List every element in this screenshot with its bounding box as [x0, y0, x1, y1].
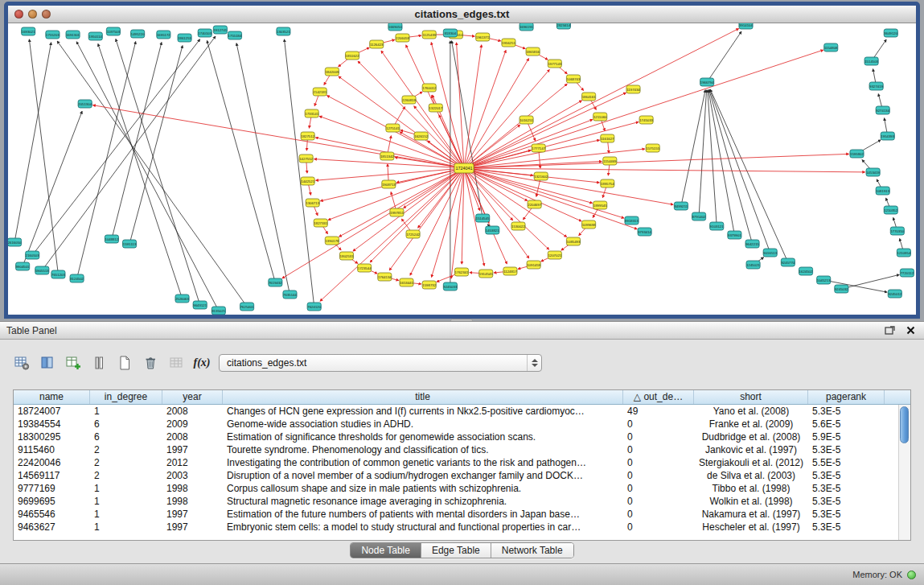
graph-node[interactable]: 8124502 — [70, 274, 84, 282]
graph-node[interactable]: 2616050 — [8, 238, 22, 246]
graph-node[interactable]: 1530022 — [511, 222, 526, 230]
row-height-icon[interactable] — [88, 352, 109, 373]
network-graph[interactable]: 1851622112642322060581125439165801019613… — [8, 23, 916, 315]
close-panel-icon[interactable] — [903, 324, 918, 337]
graph-node[interactable]: 1514503 — [864, 57, 879, 65]
graph-node[interactable]: 1575155 — [646, 144, 660, 152]
cell[interactable]: 5.3E-5 — [808, 443, 885, 456]
cell[interactable]: 2 — [90, 456, 162, 469]
table-row[interactable]: 969969511998Structural magnetic resonanc… — [14, 495, 898, 508]
cell[interactable]: 2 — [90, 443, 162, 456]
graph-node[interactable]: 1427552 — [299, 154, 314, 163]
graph-node[interactable]: 9643121 — [193, 301, 207, 309]
graph-node[interactable]: 1961372 — [476, 33, 491, 41]
graph-node[interactable]: 2051304 — [78, 100, 92, 108]
cell[interactable]: 5.5E-5 — [808, 456, 885, 469]
cell[interactable]: 0 — [623, 418, 694, 431]
graph-node[interactable]: 1966794 — [700, 78, 715, 86]
graph-node[interactable]: 7720112 — [900, 269, 914, 277]
graph-node[interactable]: 1851342 — [380, 152, 395, 160]
tab-edge-table[interactable]: Edge Table — [421, 543, 491, 558]
graph-node[interactable]: 1306713 — [306, 199, 320, 207]
graph-node[interactable]: 1321602 — [534, 172, 548, 180]
cell[interactable]: 14569117 — [14, 469, 90, 482]
cell[interactable]: 0 — [623, 521, 694, 534]
cell[interactable]: 2008 — [162, 431, 223, 443]
graph-node[interactable]: 1693021 — [22, 27, 36, 35]
cell[interactable]: 5.3E-5 — [808, 495, 885, 508]
cell[interactable]: 19384554 — [14, 418, 90, 431]
table-row[interactable]: 2242004622012Investigating the contribut… — [14, 456, 898, 469]
tab-network-table[interactable]: Network Table — [491, 543, 573, 558]
cell[interactable]: 1997 — [162, 521, 223, 534]
vertical-scrollbar[interactable] — [898, 405, 910, 540]
function-builder-icon[interactable]: f(x) — [191, 352, 212, 373]
cell[interactable]: 49 — [623, 405, 694, 418]
cell[interactable]: Stergiakouli et al. (2012) — [694, 456, 808, 469]
cell[interactable]: 5.9E-5 — [808, 431, 885, 443]
graph-node[interactable]: 1390178 — [325, 237, 339, 245]
cell[interactable]: 6 — [90, 431, 162, 443]
table-row[interactable]: 1830029562008Estimation of significance … — [14, 431, 898, 443]
cell[interactable]: 0 — [623, 443, 694, 456]
column-header-title[interactable]: title — [223, 390, 623, 404]
cell[interactable]: 9115460 — [14, 443, 90, 456]
cell[interactable]: Yano et al. (2008) — [694, 405, 808, 418]
graph-node[interactable]: 1245021 — [746, 261, 761, 269]
graph-node[interactable]: 1124817 — [503, 267, 517, 275]
graph-node[interactable]: 1453821 — [486, 226, 500, 234]
graph-node[interactable]: 1453419 — [866, 168, 881, 176]
column-header-short[interactable]: short — [694, 390, 808, 404]
graph-node[interactable]: 9274134 — [876, 106, 890, 114]
show-columns-icon[interactable] — [37, 352, 58, 373]
graph-node[interactable]: 1275141 — [386, 124, 400, 132]
graph-node[interactable]: 1154808 — [824, 43, 838, 51]
cell[interactable]: 0 — [623, 508, 694, 521]
cell[interactable]: 5.6E-5 — [808, 418, 885, 431]
cell[interactable]: 9777169 — [14, 482, 90, 495]
graph-node[interactable]: 1864161 — [582, 93, 597, 101]
cell[interactable]: 1 — [90, 482, 162, 495]
graph-node[interactable]: 1197434 — [626, 85, 640, 93]
graph-node[interactable]: 1861253 — [178, 34, 192, 42]
graph-node[interactable]: 2823414 — [556, 23, 571, 29]
cell[interactable]: 1997 — [162, 443, 223, 456]
graph-node[interactable]: 1442521 — [301, 177, 315, 185]
graph-node[interactable]: 1760012 — [422, 84, 437, 92]
graph-node[interactable]: 1624502 — [799, 267, 813, 275]
cell[interactable]: 18300295 — [14, 431, 90, 443]
graph-node[interactable]: 1322017 — [429, 104, 443, 112]
graph-node[interactable]: 3649120 — [884, 29, 898, 37]
cell[interactable]: 0 — [623, 431, 694, 443]
cell[interactable]: 5.3E-5 — [808, 482, 885, 495]
graph-node[interactable]: 1777147 — [532, 144, 546, 152]
graph-node[interactable]: 1755184 — [228, 31, 242, 39]
graph-node[interactable]: 1696191 — [519, 23, 534, 31]
graph-node[interactable]: 1081913 — [876, 187, 890, 195]
graph-node[interactable]: 2204697 — [528, 200, 542, 208]
cell[interactable]: Tourette syndrome. Phenomenology and cla… — [223, 443, 623, 456]
cell[interactable]: Hescheler et al. (1997) — [694, 521, 808, 534]
graph-node[interactable]: 9379901 — [728, 231, 742, 239]
new-table-icon[interactable] — [114, 352, 135, 373]
graph-node[interactable]: 1908713 — [382, 180, 396, 188]
graph-node[interactable]: 9642215 — [745, 240, 760, 248]
table-row[interactable]: 946554611997Estimation of the future num… — [14, 508, 898, 521]
cell[interactable]: 5.3E-5 — [808, 508, 885, 521]
graph-node[interactable]: 1912741 — [213, 26, 228, 34]
graph-node[interactable]: 1745033 — [639, 116, 654, 124]
cell[interactable]: Jankovic et al. (1997) — [694, 443, 808, 456]
table-row[interactable]: 1872400712008Changes of HCN gene express… — [14, 405, 898, 418]
cell[interactable]: 5.3E-5 — [808, 521, 885, 534]
table-mode-icon[interactable] — [11, 352, 32, 373]
graph-node[interactable]: 1740103 — [198, 29, 212, 37]
close-window-icon[interactable] — [14, 10, 23, 19]
cell[interactable]: 2008 — [162, 405, 223, 418]
window-titlebar[interactable]: citations_edges.txt — [8, 6, 916, 23]
graph-node[interactable]: 1495220 — [131, 30, 146, 38]
graph-node[interactable]: 7635144 — [283, 290, 298, 299]
graph-node[interactable]: 1950114 — [88, 32, 102, 40]
graph-node[interactable]: 9245012 — [888, 290, 902, 298]
graph-node[interactable]: 1595113 — [123, 240, 137, 248]
graph-node[interactable]: 8499211 — [674, 202, 688, 210]
